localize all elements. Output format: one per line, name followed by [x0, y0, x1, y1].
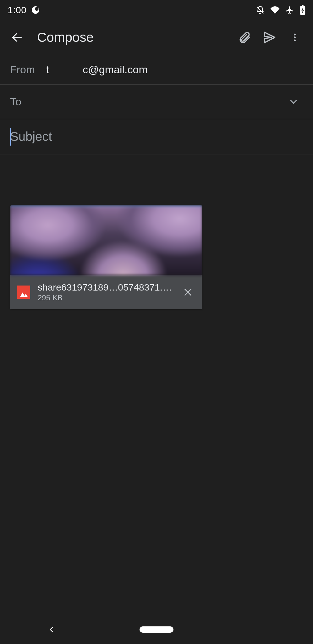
send-icon: [263, 31, 277, 44]
to-input[interactable]: [33, 96, 284, 108]
from-email-domain: c@gmail.com: [83, 64, 147, 76]
svg-point-9: [294, 36, 296, 38]
status-left: 1:00: [8, 5, 40, 15]
attachment-card: share631973189…05748371.png 295 KB: [10, 205, 202, 309]
subject-row: [0, 119, 313, 154]
svg-point-10: [294, 39, 296, 41]
battery-charging-icon: [300, 5, 305, 15]
svg-marker-7: [265, 32, 275, 43]
text-cursor: [10, 128, 11, 146]
from-email-user: t: [46, 64, 71, 76]
attachment-file-size: 295 KB: [38, 293, 173, 302]
status-bar: 1:00: [0, 0, 313, 20]
paperclip-icon: [238, 31, 251, 44]
page-title: Compose: [37, 30, 232, 45]
svg-marker-12: [24, 294, 28, 297]
subject-input[interactable]: [10, 130, 303, 144]
dnd-off-icon: [256, 6, 265, 14]
app-notification-icon: [31, 6, 40, 14]
attachment-preview[interactable]: [10, 205, 202, 275]
expand-recipients-button[interactable]: [284, 92, 303, 111]
chevron-down-icon: [288, 97, 299, 107]
send-button[interactable]: [257, 26, 282, 49]
to-label: To: [10, 96, 21, 108]
attach-button[interactable]: [232, 26, 257, 49]
svg-rect-4: [302, 5, 303, 7]
attachment-file-name: share631973189…05748371.png: [38, 282, 173, 293]
from-label: From: [10, 64, 35, 76]
close-icon: [183, 287, 193, 297]
app-bar: Compose: [0, 20, 313, 55]
back-button[interactable]: [6, 26, 28, 49]
chevron-left-icon: [48, 626, 55, 633]
to-row: To: [0, 85, 313, 119]
wifi-icon: [270, 6, 280, 14]
system-nav-bar: [0, 615, 313, 644]
from-row[interactable]: From t c@gmail.com: [0, 55, 313, 85]
remove-attachment-button[interactable]: [180, 285, 195, 300]
status-right: [256, 5, 305, 15]
more-options-button[interactable]: [282, 26, 307, 49]
system-home-pill[interactable]: [140, 626, 173, 633]
more-vert-icon: [290, 31, 300, 44]
airplane-mode-icon: [285, 6, 294, 14]
arrow-left-icon: [11, 31, 23, 44]
compose-body[interactable]: share631973189…05748371.png 295 KB: [0, 154, 313, 615]
attachment-text: share631973189…05748371.png 295 KB: [38, 282, 173, 302]
attachment-footer: share631973189…05748371.png 295 KB: [10, 275, 202, 309]
body-text-area[interactable]: [10, 164, 303, 205]
svg-point-1: [35, 7, 39, 11]
svg-point-8: [294, 34, 296, 36]
system-back-button[interactable]: [44, 622, 59, 637]
image-file-icon: [17, 286, 30, 299]
status-time: 1:00: [8, 5, 26, 15]
